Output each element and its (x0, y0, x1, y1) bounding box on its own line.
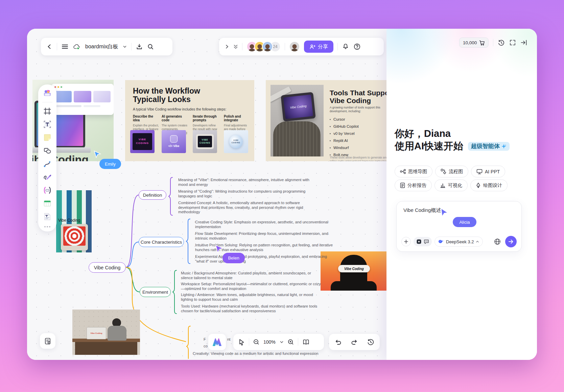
chip-mindmap[interactable]: 思维导图 (395, 166, 432, 177)
cloud-sync-icon (73, 43, 81, 50)
fullscreen-button[interactable] (509, 39, 516, 46)
model-selector[interactable]: DeepSeek 3.2 (434, 237, 483, 247)
chip-flowchart[interactable]: 流程图 (435, 166, 468, 177)
skills-button[interactable] (416, 239, 422, 244)
tools-image-label: Vibe Coding (290, 104, 307, 109)
pen-tool-icon[interactable] (43, 173, 52, 181)
ai-prompt-input[interactable]: Vibe Coding概述 Alicia Dee (396, 201, 522, 252)
zoom-in-button[interactable] (288, 339, 294, 345)
zoom-caret-icon[interactable] (280, 341, 284, 343)
core-brace (186, 218, 191, 265)
mindmap-tool-icon[interactable] (43, 186, 52, 195)
chip-report[interactable]: 分析报告 (395, 179, 432, 191)
undo-button[interactable] (334, 339, 342, 345)
text-tool-icon[interactable] (43, 120, 52, 129)
version-history-button[interactable] (367, 338, 374, 346)
tools-item: GitHub Copilot (330, 124, 359, 128)
mindmap-item[interactable]: Meaning of "Vibe": Emotional resonance, … (178, 178, 313, 187)
chip-visualization[interactable]: 可视化 (434, 179, 468, 191)
menu-button[interactable] (62, 44, 68, 49)
notes-button[interactable] (40, 333, 55, 349)
mindmap-node-core[interactable]: Core Characteristics (139, 237, 184, 247)
mindmap-item[interactable]: Tools Used: Hardware (mechanical keyboar… (181, 304, 320, 313)
title-caret-icon[interactable] (123, 45, 127, 48)
expand-panel-icon[interactable] (225, 44, 229, 49)
mindmap-item[interactable]: Workspace Setup: Personalized layout—min… (181, 282, 323, 291)
canvas-image-desk[interactable]: Vibe Coding (72, 310, 140, 355)
more-tools-icon[interactable] (44, 225, 51, 228)
whiteboard-canvas[interactable]: Vibe Coding Ge Is... (27, 29, 386, 360)
collaborator-avatar-3[interactable] (262, 41, 273, 52)
workflow-subtitle: A typical Vibe Coding workflow includes … (133, 107, 226, 111)
workflow-thumb-2: </> Vibe (162, 130, 186, 153)
frame-tool-icon[interactable] (43, 107, 52, 116)
shapes-tool-icon[interactable] (43, 146, 52, 155)
credits-pill[interactable]: 10,000 (459, 38, 489, 48)
send-button[interactable] (505, 236, 517, 247)
canvas-card-tools[interactable]: Vibe Coding Tools That Support Vibe Codi… (266, 80, 386, 161)
history-toolbar (329, 334, 380, 350)
tools-sidebar (38, 84, 56, 231)
add-attachment-button[interactable] (401, 237, 411, 246)
download-button[interactable] (136, 43, 143, 50)
environment-brace (172, 270, 178, 315)
help-button[interactable] (353, 43, 361, 50)
mindmap-item[interactable]: Lighting / Ambience: Warm tones, adjusta… (181, 293, 320, 302)
redo-button[interactable] (351, 339, 358, 345)
connector-tool-icon[interactable] (43, 160, 52, 168)
ai-assistant-launcher[interactable] (208, 334, 226, 350)
desktop-background: Vibe Coding Ge Is... (0, 0, 564, 392)
model-caret-icon (476, 241, 479, 243)
collaboration-toolbar: 24 分享 (219, 38, 384, 55)
tools-item: Cursor (330, 117, 359, 121)
mindmap-node-environment[interactable]: Environment (140, 287, 171, 297)
cart-icon (479, 40, 485, 46)
collapse-panel-button[interactable] (520, 39, 527, 46)
comment-button[interactable] (424, 239, 429, 244)
alicia-cursor-icon (439, 208, 449, 218)
mindmap-item[interactable]: Creativity: Viewing code as a medium for… (193, 351, 335, 356)
document-title[interactable]: boardmix白板 (85, 43, 118, 50)
mindmap-node-definition[interactable]: Definition (139, 190, 166, 200)
notifications-button[interactable] (342, 43, 349, 50)
document-toolbar: boardmix白板 (41, 38, 172, 55)
mindmap-item[interactable]: Creative Coding Style: Emphasis on expre… (195, 220, 330, 229)
collapse-down-icon[interactable] (233, 44, 238, 49)
sticky-note-icon[interactable] (43, 133, 52, 142)
emily-cursor-label: Emily (99, 159, 121, 169)
web-search-button[interactable] (494, 238, 501, 245)
back-button[interactable] (46, 44, 52, 50)
table-tool-icon[interactable] (43, 199, 52, 208)
chip-drawing-design[interactable]: 绘图设计 (470, 179, 508, 191)
workflow-thumb-4: VIBE CODING (224, 130, 248, 153)
overview-map-button[interactable] (302, 339, 310, 345)
mindmap-item[interactable]: Flow State Development: Prioritizing dee… (195, 231, 339, 241)
chip-ai-ppt[interactable]: AI PPT (471, 166, 505, 177)
desk-image-label: Vibe Coding (91, 332, 102, 334)
tools-item: v0 by Vercel (330, 131, 359, 136)
share-button[interactable]: 分享 (304, 41, 333, 53)
emily-cursor-icon (93, 150, 101, 158)
mindmap-root-node[interactable]: Vibe Coding (89, 262, 126, 273)
canvas-image-crt[interactable]: Vibe Coding (56, 190, 92, 252)
current-user-avatar[interactable] (289, 41, 300, 52)
templates-icon[interactable] (43, 89, 52, 98)
document-tool-icon[interactable] (43, 212, 52, 221)
zoom-out-button[interactable] (253, 339, 259, 345)
agent-badge: 超级智能体 (468, 142, 510, 151)
ppt-icon (476, 169, 483, 174)
bottom-brace (186, 325, 191, 360)
select-cursor-tool[interactable] (238, 339, 245, 345)
chat-history-button[interactable] (498, 39, 505, 46)
zoom-level[interactable]: 100% (263, 339, 276, 345)
mindmap-item[interactable]: Music / Background Atmosphere: Curated p… (181, 271, 321, 280)
tools-item: Replit AI (330, 139, 359, 143)
mindmap-item[interactable]: Experimental Approach: Rapid prototyping… (195, 254, 330, 264)
canvas-image-orange[interactable]: Vibe Coding (321, 251, 386, 291)
mindmap-item[interactable]: Combined Concept: A holistic, emotionall… (178, 201, 316, 215)
mindmap-item[interactable]: Meaning of "Coding": Writing instruction… (178, 189, 320, 198)
canvas-card-workflow[interactable]: How the Workflow Typically Looks A typic… (125, 80, 254, 161)
tools-image: Vibe Coding (271, 85, 324, 156)
prompt-text[interactable]: Vibe Coding概述 (403, 207, 441, 214)
search-button[interactable] (147, 43, 154, 50)
